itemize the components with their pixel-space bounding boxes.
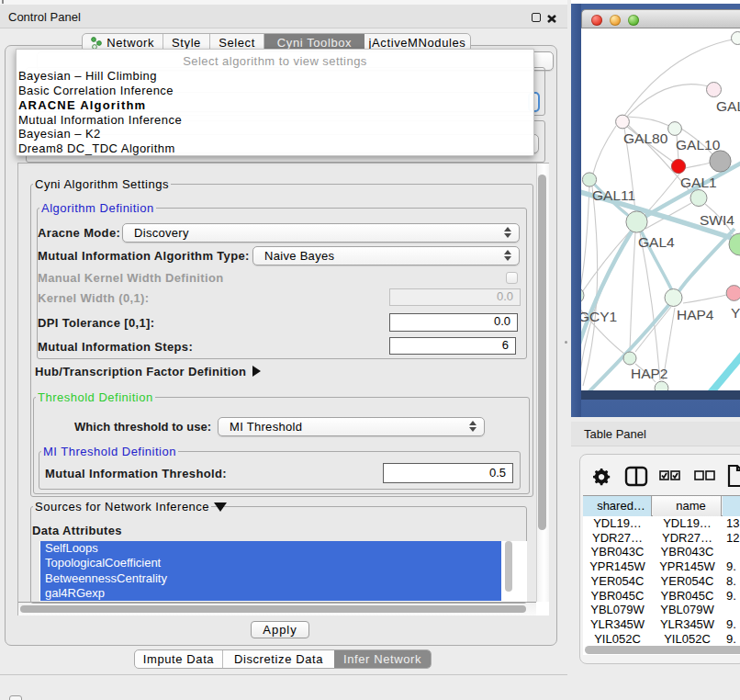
svg-text:GAL4: GAL4 xyxy=(638,234,675,250)
svg-text:GAL1: GAL1 xyxy=(680,175,717,190)
svg-text:Y: Y xyxy=(731,305,740,321)
svg-text:HAP2: HAP2 xyxy=(631,366,668,381)
svg-text:SWI4: SWI4 xyxy=(700,212,734,228)
svg-text:GAL: GAL xyxy=(716,98,740,114)
svg-text:GAL10: GAL10 xyxy=(676,137,721,152)
svg-text:GAL11: GAL11 xyxy=(592,187,635,203)
svg-text:HAP4: HAP4 xyxy=(677,307,714,322)
svg-text:GAL80: GAL80 xyxy=(623,130,668,146)
svg-text:GCY1: GCY1 xyxy=(581,309,617,324)
